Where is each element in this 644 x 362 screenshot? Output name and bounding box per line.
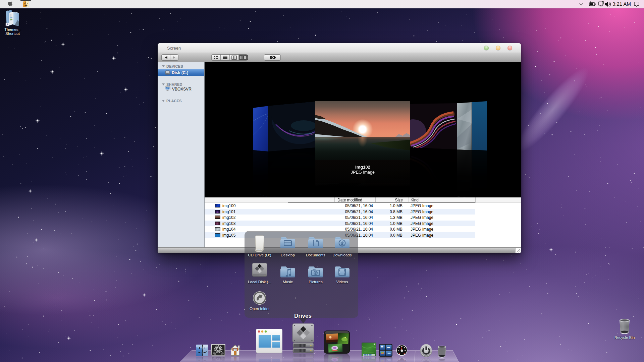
svg-text:3:21 AM: 3:21 AM xyxy=(612,1,631,7)
